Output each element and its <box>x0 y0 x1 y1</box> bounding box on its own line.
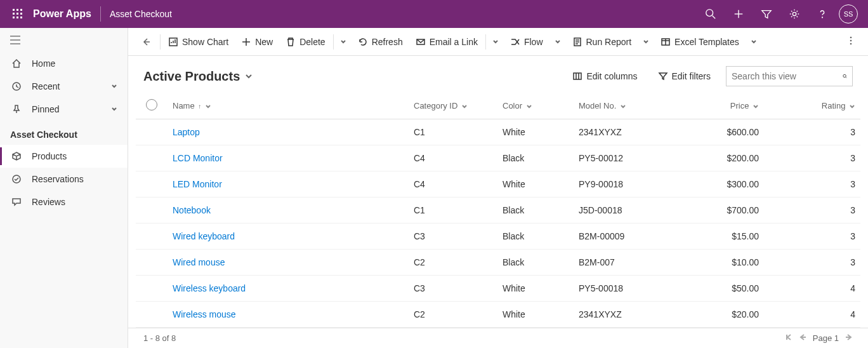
email-split-button[interactable] <box>487 28 504 56</box>
first-page-button[interactable] <box>785 333 792 343</box>
nav-collapse-button[interactable] <box>0 28 128 52</box>
column-header-model[interactable]: Model No. <box>574 93 681 119</box>
cell-rating: 4 <box>764 276 860 302</box>
row-select[interactable] <box>136 302 168 328</box>
table-row[interactable]: Wireless keyboardC3WhitePY5-00018$50.004 <box>136 276 860 302</box>
select-all-header[interactable] <box>136 93 168 119</box>
chevron-down-icon <box>555 39 561 45</box>
nav-reviews[interactable]: Reviews <box>0 191 128 213</box>
row-select[interactable] <box>136 250 168 276</box>
table-row[interactable]: Wireless mouseC2White2341XYXZ$20.004 <box>136 302 860 328</box>
show-chart-button[interactable]: Show Chart <box>162 28 235 56</box>
table-row[interactable]: Wired mouseC2BlackB2M-007$10.003 <box>136 250 860 276</box>
column-header-rating[interactable]: Rating <box>764 93 860 119</box>
cell-name[interactable]: Notebook <box>168 197 409 224</box>
email-link-button[interactable]: Email a Link <box>409 28 484 56</box>
trash-icon <box>286 37 296 47</box>
svg-point-33 <box>850 43 852 44</box>
cmd-label: Run Report <box>586 37 632 47</box>
nav-pinned[interactable]: Pinned <box>0 98 128 121</box>
svg-rect-5 <box>20 13 22 15</box>
next-page-button[interactable] <box>845 333 853 343</box>
column-header-name[interactable]: Name ↑ <box>168 93 409 119</box>
help-button[interactable] <box>808 0 836 28</box>
mail-icon <box>416 37 426 47</box>
add-button[interactable] <box>725 0 753 28</box>
column-header-price[interactable]: Price <box>681 93 764 119</box>
cell-name[interactable]: Laptop <box>168 119 409 145</box>
cell-name[interactable]: LED Monitor <box>168 171 409 197</box>
row-select[interactable] <box>136 119 168 145</box>
search-icon <box>705 8 716 20</box>
cell-name[interactable]: LCD Monitor <box>168 145 409 171</box>
page-label: Page 1 <box>813 333 839 343</box>
svg-rect-0 <box>13 9 15 11</box>
cell-name[interactable]: Wireless keyboard <box>168 276 409 302</box>
excel-templates-button[interactable]: Excel Templates <box>654 28 746 56</box>
delete-button[interactable]: Delete <box>279 28 331 56</box>
view-selector[interactable]: Active Products <box>143 69 253 84</box>
arrow-right-icon <box>845 333 853 341</box>
row-select[interactable] <box>136 171 168 197</box>
cell-name[interactable]: Wired keyboard <box>168 224 409 250</box>
table-row[interactable]: NotebookC1BlackJ5D-00018$700.003 <box>136 197 860 224</box>
cell-price: $200.00 <box>681 145 764 171</box>
edit-columns-button[interactable]: Edit columns <box>567 71 642 81</box>
select-all-checkbox[interactable] <box>146 99 157 110</box>
column-header-category[interactable]: Category ID <box>409 93 497 119</box>
table-row[interactable]: LaptopC1White2341XYXZ$600.003 <box>136 119 860 145</box>
nav-home[interactable]: Home <box>0 52 128 75</box>
flow-button[interactable]: Flow <box>504 28 549 56</box>
row-select[interactable] <box>136 145 168 171</box>
column-header-color[interactable]: Color <box>497 93 574 119</box>
search-input[interactable] <box>732 71 843 81</box>
search-button[interactable] <box>697 0 725 28</box>
row-select[interactable] <box>136 276 168 302</box>
app-launcher-button[interactable] <box>5 0 30 28</box>
row-select[interactable] <box>136 224 168 250</box>
funnel-icon <box>658 71 668 81</box>
cell-name[interactable]: Wired mouse <box>168 250 409 276</box>
excel-split-button[interactable] <box>746 28 762 56</box>
plus-icon <box>241 37 251 47</box>
view-search[interactable] <box>726 66 853 86</box>
header-divider <box>100 6 101 22</box>
row-select[interactable] <box>136 197 168 224</box>
chevron-down-icon <box>205 104 211 110</box>
delete-split-button[interactable] <box>335 28 352 56</box>
refresh-button[interactable]: Refresh <box>352 28 409 56</box>
chart-icon <box>168 37 178 47</box>
table-row[interactable]: Wired keyboardC3BlackB2M-00009$15.003 <box>136 224 860 250</box>
waffle-icon <box>13 9 23 19</box>
cube-icon <box>10 150 23 163</box>
user-avatar[interactable]: SS <box>839 4 858 23</box>
nav-products[interactable]: Products <box>0 145 128 168</box>
prev-page-button[interactable] <box>799 333 806 343</box>
grid-footer: 1 - 8 of 8 Page 1 <box>128 328 868 348</box>
cell-name[interactable]: Wireless mouse <box>168 302 409 328</box>
arrow-left-icon <box>799 333 806 341</box>
nav-section-title: Asset Checkout <box>0 121 128 145</box>
nav-label: Reservations <box>32 174 84 184</box>
nav-recent[interactable]: Recent <box>0 75 128 98</box>
table-row[interactable]: LED MonitorC4WhitePY9-00018$300.003 <box>136 171 860 197</box>
svg-rect-7 <box>16 17 18 18</box>
back-button[interactable] <box>133 28 159 56</box>
settings-button[interactable] <box>780 0 808 28</box>
plus-icon <box>733 8 744 20</box>
edit-filters-button[interactable]: Edit filters <box>653 71 716 81</box>
new-button[interactable]: New <box>235 28 279 56</box>
table-row[interactable]: LCD MonitorC4BlackPY5-00012$200.003 <box>136 145 860 171</box>
global-header: Power Apps Asset Checkout SS <box>0 0 868 28</box>
environment-name[interactable]: Asset Checkout <box>110 9 172 19</box>
nav-reservations[interactable]: Reservations <box>0 168 128 191</box>
filter-button[interactable] <box>753 0 780 28</box>
command-bar: Show Chart New Delete Refresh Email a Li… <box>128 28 868 56</box>
run-report-split-button[interactable] <box>638 28 654 56</box>
overflow-button[interactable] <box>839 36 863 48</box>
flow-split-button[interactable] <box>549 28 566 56</box>
chevron-down-icon <box>111 104 117 114</box>
question-icon <box>817 8 828 20</box>
columns-icon <box>572 71 582 81</box>
run-report-button[interactable]: Run Report <box>566 28 638 56</box>
